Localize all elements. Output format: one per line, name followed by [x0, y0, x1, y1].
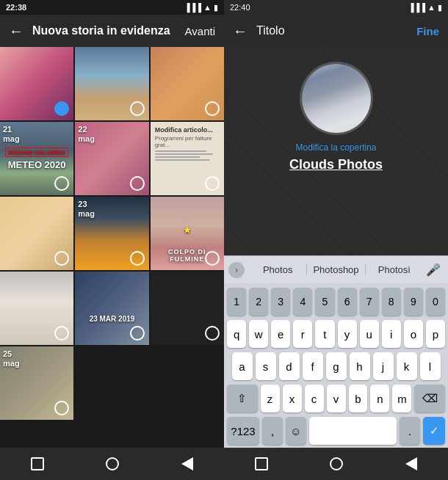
- select-circle-12[interactable]: [205, 326, 220, 341]
- key-5[interactable]: 5: [315, 288, 334, 316]
- key-z[interactable]: z: [261, 385, 280, 412]
- comma-key[interactable]: ,: [262, 417, 283, 445]
- right-nav-circle[interactable]: [330, 457, 343, 470]
- date-label-13: 25mag: [3, 349, 20, 368]
- select-circle-8[interactable]: [130, 251, 145, 266]
- key-c[interactable]: c: [305, 385, 324, 412]
- key-r[interactable]: r: [293, 320, 312, 348]
- space-key[interactable]: [309, 417, 397, 445]
- key-g[interactable]: g: [326, 352, 347, 380]
- photo-cell-7[interactable]: [0, 197, 73, 270]
- photo-cell-4[interactable]: 21mag RISCHIO CALABRIA METEO 2020: [0, 122, 73, 195]
- key-y[interactable]: y: [338, 320, 357, 348]
- right-back-button[interactable]: ←: [233, 23, 248, 40]
- highlight-title[interactable]: Clouds Photos: [289, 157, 383, 172]
- shift-key[interactable]: ⇧: [227, 385, 258, 412]
- photo-cell-8[interactable]: 23mag: [75, 197, 148, 270]
- select-circle-1[interactable]: [54, 101, 69, 116]
- period-key[interactable]: .: [400, 417, 420, 445]
- select-circle-7[interactable]: [54, 251, 69, 266]
- key-0[interactable]: 0: [426, 288, 445, 316]
- key-e[interactable]: e: [271, 320, 290, 348]
- left-header: ← Nuova storia in evidenza Avanti: [0, 15, 224, 47]
- select-circle-13[interactable]: [54, 401, 69, 415]
- key-a[interactable]: a: [232, 352, 253, 380]
- key-m[interactable]: m: [392, 385, 411, 412]
- key-row-1: q w e r t y u i o p: [227, 320, 445, 348]
- date-23mac: 23 MAR 2019: [75, 315, 148, 323]
- signal-icon: ▐▐▐: [184, 3, 201, 12]
- key-q[interactable]: q: [227, 320, 246, 348]
- select-circle-5[interactable]: [130, 176, 145, 191]
- suggestion-photosi[interactable]: Photosì: [366, 264, 423, 275]
- wifi-icon: ▲: [203, 3, 212, 12]
- number-row: 1 2 3 4 5 6 7 8 9 0: [227, 288, 445, 316]
- key-4[interactable]: 4: [293, 288, 312, 316]
- select-circle-9[interactable]: [205, 251, 220, 266]
- fine-button[interactable]: Fine: [416, 25, 439, 37]
- key-s[interactable]: s: [256, 352, 276, 380]
- left-nav-square[interactable]: [31, 457, 44, 470]
- photo-grid: 21mag RISCHIO CALABRIA METEO 2020 22mag …: [0, 47, 224, 448]
- key-u[interactable]: u: [360, 320, 379, 348]
- key-l[interactable]: l: [420, 352, 441, 380]
- key-h[interactable]: h: [350, 352, 370, 380]
- back-button[interactable]: ←: [9, 23, 24, 40]
- right-header: ← Titolo Fine: [224, 15, 448, 47]
- key-w[interactable]: w: [249, 320, 268, 348]
- key-t[interactable]: t: [315, 320, 334, 348]
- key-1[interactable]: 1: [227, 288, 246, 316]
- key-d[interactable]: d: [279, 352, 300, 380]
- delete-key[interactable]: ⌫: [414, 385, 445, 412]
- key-b[interactable]: b: [349, 385, 368, 412]
- key-2[interactable]: 2: [249, 288, 268, 316]
- modifica-copertina-link[interactable]: Modifica la copertina: [295, 142, 376, 153]
- return-key[interactable]: ✓: [423, 417, 445, 445]
- numbers-switch-key[interactable]: ?123: [227, 417, 259, 445]
- select-circle-11[interactable]: [130, 326, 145, 341]
- photo-cell-12[interactable]: [151, 272, 224, 345]
- photo-cell-10[interactable]: [0, 272, 73, 345]
- key-j[interactable]: j: [373, 352, 394, 380]
- cover-circle: [300, 62, 373, 135]
- key-x[interactable]: x: [283, 385, 302, 412]
- photo-cell-2[interactable]: [75, 47, 148, 120]
- key-f[interactable]: f: [303, 352, 323, 380]
- select-circle-6[interactable]: [205, 176, 220, 191]
- right-nav-triangle[interactable]: [405, 457, 417, 470]
- emoji-key[interactable]: ☺: [286, 417, 306, 445]
- avanti-button[interactable]: Avanti: [185, 25, 215, 37]
- key-o[interactable]: o: [404, 320, 423, 348]
- photo-cell-13[interactable]: 25mag: [0, 346, 73, 420]
- key-8[interactable]: 8: [382, 288, 401, 316]
- key-7[interactable]: 7: [360, 288, 379, 316]
- suggestion-expand-icon[interactable]: ›: [228, 262, 245, 278]
- mic-icon[interactable]: 🎤: [423, 263, 444, 277]
- left-nav-circle[interactable]: [106, 457, 119, 470]
- keyboard-suggestions: › Photos Photoshop Photosì 🎤: [224, 255, 448, 283]
- photo-cell-1[interactable]: [0, 47, 73, 120]
- photo-cell-3[interactable]: [151, 47, 224, 120]
- key-v[interactable]: v: [327, 385, 346, 412]
- suggestion-photoshop[interactable]: Photoshop: [307, 264, 365, 275]
- key-9[interactable]: 9: [404, 288, 423, 316]
- photo-cell-6[interactable]: Modifica articolo... Programmi per fattu…: [151, 122, 224, 195]
- battery-icon: ▮: [214, 3, 218, 12]
- key-3[interactable]: 3: [271, 288, 290, 316]
- select-circle-3[interactable]: [205, 101, 220, 116]
- suggestion-photos[interactable]: Photos: [249, 264, 307, 275]
- right-status-icons: ▐▐▐ ▲ ▮: [408, 3, 442, 12]
- photo-cell-11[interactable]: 23 MAR 2019: [75, 272, 148, 345]
- right-nav-square[interactable]: [255, 457, 268, 470]
- key-n[interactable]: n: [370, 385, 389, 412]
- photo-cell-5[interactable]: 22mag: [75, 122, 148, 195]
- left-nav-triangle[interactable]: [181, 457, 193, 470]
- key-6[interactable]: 6: [338, 288, 357, 316]
- key-k[interactable]: k: [397, 352, 417, 380]
- key-i[interactable]: i: [382, 320, 401, 348]
- right-content: Modifica la copertina Clouds Photos: [224, 47, 448, 255]
- key-p[interactable]: p: [426, 320, 445, 348]
- select-circle-2[interactable]: [130, 101, 145, 116]
- photo-cell-9[interactable]: COLPO DI FULMINE ⭐: [151, 197, 224, 270]
- select-circle-10[interactable]: [54, 326, 69, 341]
